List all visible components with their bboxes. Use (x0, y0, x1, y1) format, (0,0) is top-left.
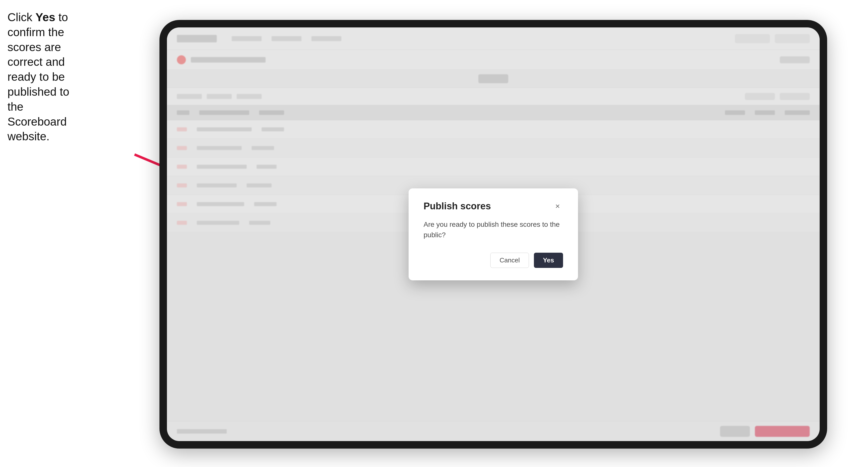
publish-scores-modal: Publish scores × Are you ready to publis… (409, 188, 578, 280)
tablet-device: Publish scores × Are you ready to publis… (159, 20, 827, 448)
instruction-bold: Yes (35, 11, 55, 24)
instruction-text: Click Yes to confirm the scores are corr… (7, 10, 77, 144)
modal-header: Publish scores × (424, 201, 563, 212)
modal-close-button[interactable]: × (552, 201, 563, 212)
modal-title: Publish scores (424, 201, 491, 212)
tablet-screen: Publish scores × Are you ready to publis… (167, 27, 820, 441)
cancel-button[interactable]: Cancel (490, 253, 529, 268)
modal-overlay: Publish scores × Are you ready to publis… (167, 27, 820, 441)
modal-body-text: Are you ready to publish these scores to… (424, 219, 563, 240)
instruction-rest: to confirm the scores are correct and re… (7, 11, 69, 143)
modal-footer: Cancel Yes (424, 253, 563, 268)
yes-button[interactable]: Yes (534, 253, 563, 268)
